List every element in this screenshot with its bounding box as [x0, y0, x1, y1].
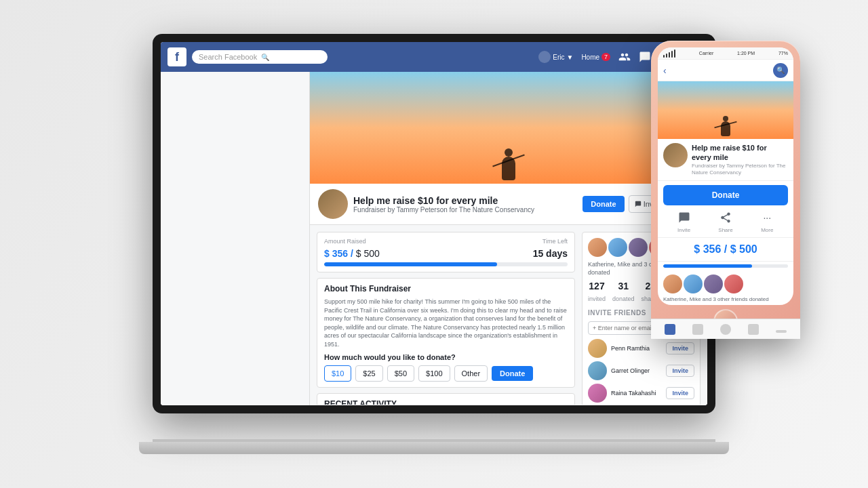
search-text: Search Facebook: [199, 53, 257, 61]
amount-50[interactable]: $50: [387, 365, 414, 382]
phone-friend-4: [724, 274, 743, 293]
nav-messages-icon[interactable]: [639, 51, 651, 63]
amount-25[interactable]: $25: [355, 365, 382, 382]
laptop-base: [139, 442, 729, 454]
search-bar[interactable]: Search Facebook 🔍: [192, 50, 328, 64]
phone-more-icon: ···: [759, 209, 775, 226]
amount-10[interactable]: $10: [324, 365, 351, 382]
phone-friend-1: [663, 274, 682, 293]
phone-share-label: Share: [718, 227, 732, 233]
fundraiser-title-area: Help me raise $10 for every mile Fundrai…: [353, 195, 577, 214]
amount-100[interactable]: $100: [418, 365, 450, 382]
phone-friend-2: [684, 274, 703, 293]
organizer-avatar: [318, 189, 348, 219]
phone-amount-text: $ 356 / $ 500: [694, 243, 757, 255]
phone-fundraiser-text: Help me raise $10 for every mile Fundrai…: [692, 143, 788, 176]
scene: f Search Facebook 🔍 Eric ▼ Home: [0, 0, 868, 488]
friend-invite-btn-2[interactable]: Invite: [666, 365, 694, 377]
phone-friend-3: [704, 274, 723, 293]
friend-avatar-1: [588, 339, 607, 358]
nav-home[interactable]: Home 7: [581, 53, 610, 61]
recent-label: RECENT ACTIVITY: [324, 399, 568, 405]
phone-friends: Katherine, Mike and 3 other friends dona…: [658, 270, 793, 305]
phone-avatar: [663, 143, 688, 167]
about-title: About This Fundraiser: [324, 284, 568, 293]
nav-user[interactable]: Eric ▼: [538, 51, 573, 63]
facebook-navbar: f Search Facebook 🔍 Eric ▼ Home: [161, 42, 707, 72]
recent-activity: RECENT ACTIVITY Mike Nowak donated: [317, 393, 575, 405]
search-icon: 🔍: [261, 54, 269, 61]
friend-avatar-3: [588, 384, 607, 403]
phone-more-label: More: [761, 227, 773, 233]
back-button[interactable]: ‹: [663, 65, 667, 76]
phone-search-button[interactable]: 🔍: [773, 63, 788, 78]
phone-progress-fill: [663, 264, 752, 268]
about-section: About This Fundraiser Support my 500 mil…: [317, 278, 575, 388]
phone-screen: Carrier 1:20 PM 77% ‹ 🔍: [658, 47, 793, 305]
phone-status-bar: Carrier 1:20 PM 77%: [658, 47, 793, 60]
donate-amounts: $10 $25 $50 $100 Other Donate: [324, 365, 568, 382]
amount-display: $ 356 / $ 500: [324, 247, 380, 260]
fundraiser-body: Amount Raised Time Left $ 356 / $ 500: [310, 225, 707, 405]
phone-share-icon: [717, 209, 734, 226]
left-column: Amount Raised Time Left $ 356 / $ 500: [317, 232, 575, 398]
friend-photo-3: [629, 238, 648, 257]
amount-labels: Amount Raised Time Left: [324, 238, 568, 245]
phone-invite-label: Invite: [677, 227, 690, 233]
friend-name-2: Garret Olinger: [611, 367, 662, 374]
friend-invite-btn-1[interactable]: Invite: [666, 342, 694, 354]
amount-other[interactable]: Other: [454, 365, 488, 382]
about-text: Support my 500 mile hike for charity! Th…: [324, 298, 568, 349]
progress-bar: [324, 262, 568, 266]
facebook-logo: f: [167, 47, 186, 66]
time-left-label: Time Left: [542, 238, 568, 245]
phone-invite-action[interactable]: Invite: [676, 209, 692, 233]
hero-silhouette: [502, 148, 515, 180]
phone-more-action[interactable]: ··· More: [759, 209, 775, 233]
amount-section: Amount Raised Time Left $ 356 / $ 500: [317, 232, 575, 272]
phone-silhouette: [721, 116, 730, 136]
phone-friends-photos: [663, 274, 788, 293]
carrier-name: Carrier: [699, 51, 713, 56]
laptop-screen: f Search Facebook 🔍 Eric ▼ Home: [161, 42, 707, 405]
amount-target: $ 500: [356, 248, 380, 259]
friend-item-1: Penn Ramthia Invite: [588, 339, 694, 358]
nav-friends-icon[interactable]: [618, 51, 631, 63]
friend-item-2: Garret Olinger Invite: [588, 361, 694, 380]
fundraiser-subtitle: Fundraiser by Tammy Peterson for The Nat…: [353, 206, 577, 214]
friend-invite-btn-3[interactable]: Invite: [666, 387, 694, 399]
phone-fundraiser-info: Help me raise $10 for every mile Fundrai…: [658, 139, 793, 181]
donate-question: How much would you like to donate?: [324, 353, 568, 361]
fundraiser-title: Help me raise $10 for every mile: [353, 195, 577, 206]
phone-amount: $ 356 / $ 500: [658, 238, 793, 262]
laptop-screen-outer: f Search Facebook 🔍 Eric ▼ Home: [153, 34, 715, 413]
donate-button[interactable]: Donate: [583, 196, 624, 212]
amount-raised-label: Amount Raised: [324, 238, 366, 245]
phone-fundraiser-title: Help me raise $10 for every mile: [692, 143, 788, 163]
facebook-main: Help me raise $10 for every mile Fundrai…: [161, 72, 707, 405]
phone-outer: Carrier 1:20 PM 77% ‹ 🔍: [651, 41, 800, 339]
friend-name-3: Raina Takahashi: [611, 390, 662, 396]
stat-invited: 127 invited: [588, 281, 606, 304]
phone: Carrier 1:20 PM 77% ‹ 🔍: [651, 41, 800, 339]
battery-level: 77%: [778, 51, 788, 56]
friend-name-1: Penn Ramthia: [611, 345, 662, 352]
days-left: 15 days: [533, 248, 568, 259]
phone-invite-icon: [676, 209, 692, 226]
laptop: f Search Facebook 🔍 Eric ▼ Home: [153, 34, 715, 454]
phone-donate-btn[interactable]: Donate: [663, 185, 788, 205]
amount-raised: $ 356 /: [324, 248, 356, 259]
fundraiser-header: Help me raise $10 for every mile Fundrai…: [310, 184, 707, 225]
phone-fundraiser-sub: Fundraiser by Tammy Peterson for The Nat…: [692, 163, 788, 177]
friend-avatar-2: [588, 361, 607, 380]
phone-cover: [658, 81, 793, 139]
facebook-sidebar: [161, 72, 310, 405]
donate-main-button[interactable]: Donate: [492, 366, 533, 381]
friend-photo-1: [588, 238, 607, 257]
phone-nav: ‹ 🔍: [658, 60, 793, 81]
phone-progress-bar: [663, 264, 788, 268]
phone-share-action[interactable]: Share: [717, 209, 734, 233]
progress-fill: [324, 262, 497, 266]
phone-friends-text: Katherine, Mike and 3 other friends dona…: [663, 296, 788, 303]
phone-time: 1:20 PM: [737, 51, 755, 56]
